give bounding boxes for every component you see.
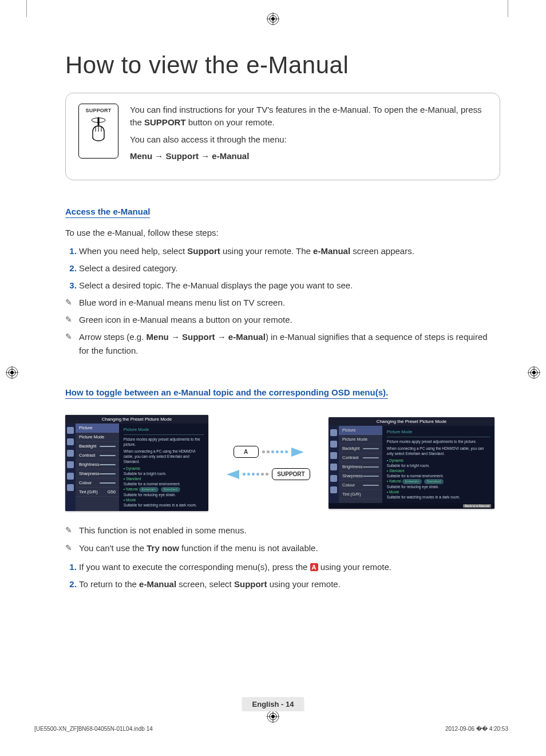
registration-mark-icon xyxy=(6,366,18,379)
tv-menu-item: Tint (G/R)G50 xyxy=(76,488,119,497)
tv-category-icon xyxy=(67,473,74,480)
tv-footer: Back to e-Manual xyxy=(329,503,494,509)
intro-p1c: button on your remote. xyxy=(186,117,275,127)
intro-p2: You can also access it through the menu: xyxy=(130,133,487,146)
crop-mark xyxy=(508,0,508,17)
access-intro: To use the e-Manual, follow these steps: xyxy=(65,226,494,240)
tv-icon-column xyxy=(65,423,76,511)
tv-menu-item: Picture Mode xyxy=(339,435,382,444)
svg-point-14 xyxy=(532,371,536,374)
tv-header: Changing the Preset Picture Mode xyxy=(329,417,494,426)
tv-icon-column xyxy=(329,426,339,503)
access-step-1: When you need help, select Support using… xyxy=(79,244,494,258)
arrow-row-support: SUPPORT xyxy=(227,468,310,480)
tv-header: Changing the Preset Picture Mode xyxy=(65,415,208,423)
arrow-right-icon xyxy=(291,448,304,457)
tv-menu-item: Tint (G/R) xyxy=(339,490,382,499)
toggle-note-2: You can't use the Try now function if th… xyxy=(65,541,494,556)
remote-support-key: SUPPORT xyxy=(272,468,310,480)
tv-screenshot-right: Changing the Preset Picture Mode Picture… xyxy=(329,417,494,509)
toggle-heading: How to toggle between an e-Manual topic … xyxy=(65,387,388,399)
tv-menu-item: Backlight xyxy=(339,444,382,453)
tv-menu-item: Contrast xyxy=(76,451,119,460)
intro-text: You can find instructions for your TV's … xyxy=(130,104,487,167)
crop-mark xyxy=(26,0,27,17)
tv-category-icon xyxy=(330,452,337,459)
tv-menu-item: Colour xyxy=(76,478,119,488)
page-language-badge: English - 14 xyxy=(242,697,304,711)
page-title: How to view the e-Manual xyxy=(65,52,512,79)
tv-category-icon xyxy=(330,441,337,448)
svg-point-4 xyxy=(271,17,275,21)
tv-category-icon xyxy=(67,461,74,468)
access-note-2: Green icon in e-Manual means a button on… xyxy=(65,313,494,327)
tv-menu-item: Sharpness xyxy=(76,469,119,478)
access-notes: Blue word in e-Manual means menu list on… xyxy=(65,296,494,358)
tv-menu-item: Backlight xyxy=(76,442,119,451)
tv-content-right: Picture Mode Picture modes apply preset … xyxy=(382,426,494,503)
access-note-3: Arrow steps (e.g. Menu → Support → e-Man… xyxy=(65,330,494,358)
remote-support-button-graphic: SUPPORT xyxy=(78,104,118,159)
intro-p1b: SUPPORT xyxy=(144,117,186,127)
intro-info-box: SUPPORT You can find instructions for yo… xyxy=(65,93,500,180)
tv-menu-item: Picture Mode xyxy=(76,433,119,442)
remote-button-label: SUPPORT xyxy=(86,108,112,113)
tv-menu-list: Picture Picture Mode Backlight Contrast … xyxy=(76,423,119,511)
tv-content-left: Picture Mode Picture modes apply preset … xyxy=(119,423,208,511)
tv-category-icon xyxy=(330,464,337,470)
tv-menu-list: Picture Picture Mode Backlight Contrast … xyxy=(339,426,382,503)
tv-screenshot-left: Changing the Preset Picture Mode Picture… xyxy=(65,415,208,511)
intro-menu-path: Menu → Support → e-Manual xyxy=(130,150,487,163)
doc-footer-right: 2012-09-06 �� 4:20:53 xyxy=(445,726,508,732)
doc-footer-left: [UE5500-XN_ZF]BN68-04055N-01L04.indb 14 xyxy=(34,726,153,732)
tv-menu-item: Contrast xyxy=(339,453,382,462)
access-body: To use the e-Manual, follow these steps:… xyxy=(65,226,494,358)
tv-category-icon xyxy=(67,450,74,457)
tv-category-icon xyxy=(330,429,337,436)
arrow-row-a: A xyxy=(234,446,304,458)
a-key-icon: A xyxy=(310,563,318,571)
dotted-trail-icon xyxy=(262,450,288,453)
tv-category-icon xyxy=(330,486,337,493)
tv-menu-item: Colour xyxy=(339,481,382,490)
tv-menu-item: Picture xyxy=(339,426,382,435)
dotted-trail-icon xyxy=(243,473,268,476)
tv-category-icon xyxy=(67,438,74,445)
arrow-left-icon xyxy=(227,470,239,479)
access-heading: Access the e-Manual xyxy=(65,207,150,218)
toggle-controls: A SUPPORT xyxy=(213,446,324,480)
hand-press-icon xyxy=(86,114,111,145)
tv-category-icon xyxy=(67,484,74,491)
toggle-notes: This function is not enabled in some men… xyxy=(65,524,494,592)
manual-page: How to view the e-Manual SUPPORT You can… xyxy=(0,0,546,756)
toggle-step-2: To return to the e-Manual screen, select… xyxy=(79,577,494,592)
registration-mark-icon xyxy=(267,710,279,723)
tv-menu-item: Sharpness xyxy=(339,472,382,481)
toggle-illustration: Changing the Preset Picture Mode Picture… xyxy=(65,415,494,511)
svg-point-9 xyxy=(10,371,14,374)
access-note-1: Blue word in e-Manual means menu list on… xyxy=(65,296,494,310)
registration-mark-icon xyxy=(528,366,540,379)
toggle-steps: If you want to execute the corresponding… xyxy=(65,560,494,592)
tv-menu-item: Picture xyxy=(76,423,119,433)
access-steps: When you need help, select Support using… xyxy=(65,244,494,292)
toggle-note-1: This function is not enabled in some men… xyxy=(65,524,494,538)
tv-menu-item: Brightness xyxy=(339,462,382,472)
tv-menu-item: Brightness xyxy=(76,460,119,469)
access-step-3: Select a desired topic. The e-Manual dis… xyxy=(79,279,494,292)
tv-category-icon xyxy=(330,475,337,482)
tv-category-icon xyxy=(67,427,74,434)
svg-point-19 xyxy=(271,715,275,718)
registration-mark-icon xyxy=(267,13,279,25)
toggle-step-1: If you want to execute the corresponding… xyxy=(79,560,494,575)
access-step-2: Select a desired category. xyxy=(79,262,494,275)
remote-a-key: A xyxy=(234,446,259,458)
